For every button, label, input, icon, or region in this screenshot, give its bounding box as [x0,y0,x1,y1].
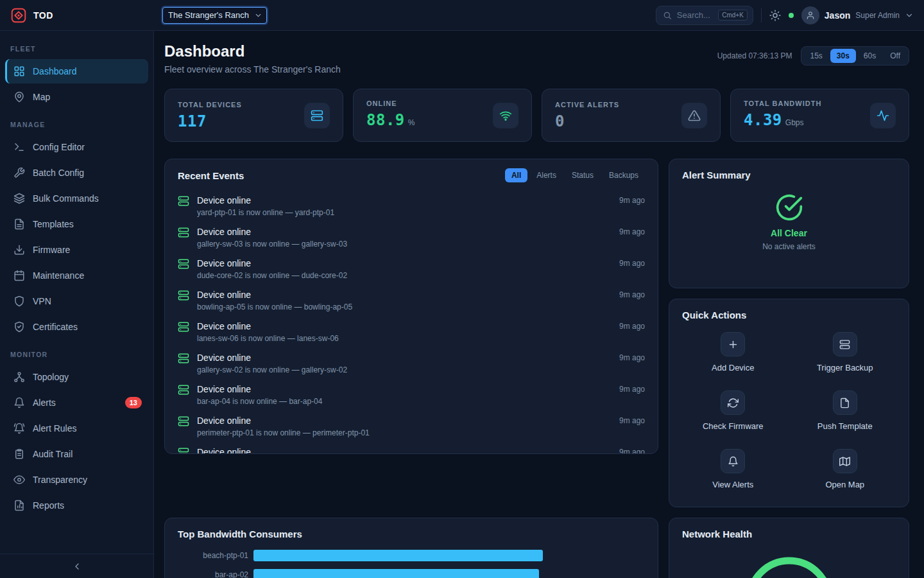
stats-row: TOTAL DEVICES117ONLINE88.9%ACTIVE ALERTS… [164,89,909,142]
stat-label: TOTAL BANDWIDTH [744,100,821,107]
sidebar-item-label: Audit Trail [33,449,73,459]
app-name: TOD [33,10,53,21]
stat-card-online: ONLINE88.9% [353,89,532,142]
event-row[interactable]: Device onlineperimeter-ptp-01 is now onl… [165,410,654,442]
event-detail: gallery-sw-03 is now online — gallery-sw… [197,239,612,249]
bandwidth-row: bar-ap-02 [178,569,645,578]
sidebar-nav: FLEETDashboardMapMANAGEConfig EditorBatc… [0,31,153,554]
theme-toggle-sun-icon[interactable] [769,10,781,21]
sidebar-section-monitor: MONITOR [0,340,153,363]
event-title: Device online [197,257,612,270]
wrench-icon [13,167,25,179]
sidebar-item-map[interactable]: Map [5,85,148,109]
event-row[interactable]: Device online9m ago [165,442,654,453]
refresh-option-off[interactable]: Off [884,49,907,63]
sidebar-item-label: Reports [33,500,64,511]
bandwidth-bar-track [253,550,645,561]
network-health-title: Network Health [682,529,896,539]
sidebar-item-config-editor[interactable]: Config Editor [5,135,148,159]
main-content: Dashboard Fleet overview across The Stra… [154,31,924,578]
sidebar-item-topology[interactable]: Topology [5,365,148,389]
stat-unit: % [408,118,415,127]
stat-value: 117 [178,113,242,130]
server-icon [178,290,189,301]
recent-events-title: Recent Events [178,170,244,181]
sidebar-item-label: Bulk Commands [33,193,99,204]
quick-action-trigger-backup[interactable]: Trigger Backup [794,332,896,372]
event-row[interactable]: Device onlinebowling-ap-05 is now online… [165,285,654,316]
sidebar-item-alerts[interactable]: Alerts13 [5,390,148,415]
bell-icon [721,449,745,473]
refresh-option-30s[interactable]: 30s [830,49,856,63]
sidebar-item-audit-trail[interactable]: Audit Trail [5,442,148,466]
event-row[interactable]: Device onlinebar-ap-04 is now online — b… [165,379,654,410]
sidebar-item-reports[interactable]: Reports [5,493,148,518]
events-tab-all[interactable]: All [505,168,527,182]
plus-icon [721,332,745,356]
events-tab-alerts[interactable]: Alerts [530,168,563,182]
search-icon [663,11,672,20]
bandwidth-chart: beach-ptp-01bar-ap-02 [178,550,645,578]
clipboard-icon [13,448,25,460]
user-role: Super Admin [855,11,900,20]
quick-action-open-map[interactable]: Open Map [794,449,896,489]
refresh-interval-control: 15s30s60sOff [801,46,909,66]
quick-action-check-firmware[interactable]: Check Firmware [682,390,784,431]
server-icon [304,103,330,128]
brand: TOD [10,7,154,24]
events-tab-status[interactable]: Status [565,168,600,182]
refresh-option-60s[interactable]: 60s [857,49,882,63]
user-menu[interactable]: Jason Super Admin [801,6,914,24]
quick-action-label: Check Firmware [703,421,764,431]
server-icon [833,332,857,356]
search-box[interactable]: Search... Cmd+K [656,6,753,25]
alert-summary-status: All Clear [771,228,807,238]
shield-icon [13,295,25,307]
sidebar-item-maintenance[interactable]: Maintenance [5,263,148,288]
event-time: 9m ago [619,288,645,301]
site-select[interactable]: The Stranger's Ranch [162,7,267,24]
recent-events-card: Recent Events AllAlertsStatusBackups Dev… [164,159,658,454]
event-title: Device online [197,194,612,207]
sidebar-section-manage: MANAGE [0,110,153,134]
sidebar-collapse-button[interactable] [0,554,153,578]
sidebar-item-label: Templates [33,219,74,229]
site-selector[interactable]: The Stranger's Ranch [162,7,267,24]
event-row[interactable]: Device onlinelanes-sw-06 is now online —… [165,316,654,347]
map-icon [833,449,857,473]
sidebar-item-templates[interactable]: Templates [5,212,148,236]
refresh-option-15s[interactable]: 15s [803,49,828,63]
event-time: 9m ago [619,257,645,270]
sidebar-item-batch-config[interactable]: Batch Config [5,161,148,185]
event-detail: gallery-sw-02 is now online — gallery-sw… [197,365,612,375]
event-row[interactable]: Device onlinedude-core-02 is now online … [165,253,654,285]
bandwidth-bar [253,569,539,578]
alert-triangle-icon [681,103,707,128]
connection-status-dot [789,13,794,18]
network-icon [13,371,25,383]
sidebar-item-alert-rules[interactable]: Alert Rules [5,416,148,441]
sidebar-item-vpn[interactable]: VPN [5,289,148,313]
sidebar-item-transparency[interactable]: Transparency [5,468,148,492]
sidebar-item-firmware[interactable]: Firmware [5,238,148,262]
sidebar-item-label: Alert Rules [33,423,76,434]
event-row[interactable]: Device onlinegallery-sw-03 is now online… [165,222,654,253]
event-row[interactable]: Device onlineyard-ptp-01 is now online —… [165,190,654,222]
sidebar-item-certificates[interactable]: Certificates [5,315,148,339]
event-time: 9m ago [619,225,645,238]
events-list[interactable]: Device onlineyard-ptp-01 is now online —… [165,188,658,453]
sidebar-item-dashboard[interactable]: Dashboard [5,59,148,83]
events-tab-backups[interactable]: Backups [603,168,645,182]
stat-value: 4.39Gbps [744,112,821,131]
sidebar-item-label: Maintenance [33,270,84,281]
file-text-icon [13,218,25,230]
bandwidth-device-label: beach-ptp-01 [178,551,248,560]
stat-label: ONLINE [366,100,415,107]
sidebar-item-bulk-commands[interactable]: Bulk Commands [5,186,148,211]
quick-action-view-alerts[interactable]: View Alerts [682,449,784,489]
app-logo-icon [10,7,27,24]
updated-timestamp: Updated 07:36:13 PM [717,51,792,60]
quick-action-push-template[interactable]: Push Template [794,390,896,431]
event-row[interactable]: Device onlinegallery-sw-02 is now online… [165,347,654,379]
quick-action-add-device[interactable]: Add Device [682,332,784,372]
